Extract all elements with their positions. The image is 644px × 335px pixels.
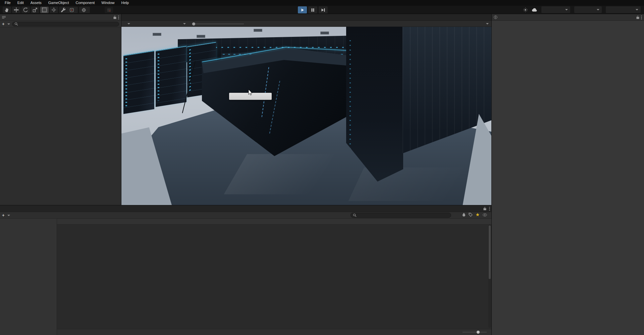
gizmos-dropdown[interactable] — [484, 23, 489, 24]
transform-icon — [51, 7, 56, 12]
search-favorites-icon[interactable] — [476, 213, 480, 217]
transform-tools — [3, 7, 67, 13]
assets-scrollbar[interactable] — [488, 225, 491, 328]
center-panel — [121, 14, 491, 205]
game-viewport — [121, 27, 491, 205]
play-controls — [298, 6, 328, 13]
scale-icon — [33, 7, 38, 12]
menu-assets[interactable]: Assets — [27, 0, 45, 5]
create-asset-button[interactable]: + — [2, 213, 10, 217]
transform-tool[interactable] — [50, 7, 58, 13]
layout-dropdown[interactable] — [606, 6, 641, 13]
scale-slider-knob[interactable] — [192, 22, 195, 25]
rotate-tool[interactable] — [21, 7, 30, 13]
search-icon — [14, 22, 18, 26]
wrench-icon — [61, 7, 66, 12]
menu-bar: FileEditAssetsGameObjectComponentWindowH… — [0, 0, 644, 6]
rect-icon — [42, 7, 47, 12]
hierarchy-tree — [0, 29, 121, 205]
lock-icon[interactable] — [636, 15, 639, 19]
scale-slider[interactable] — [192, 21, 244, 26]
search-by-label-icon[interactable] — [469, 213, 473, 217]
project-footer — [57, 329, 491, 335]
eye-icon — [483, 213, 487, 216]
ceiling-vent — [320, 31, 329, 35]
rect-tool[interactable] — [40, 7, 49, 13]
project-tabstrip — [0, 205, 491, 212]
game-view-toolbar — [121, 21, 491, 27]
kebab-menu-icon[interactable] — [641, 15, 642, 19]
icon-size-slider[interactable] — [463, 331, 487, 334]
menu-gameobject[interactable]: GameObject — [45, 0, 72, 5]
unity-editor-window: FileEditAssetsGameObjectComponentWindowH… — [0, 0, 644, 335]
menu-edit[interactable]: Edit — [14, 0, 27, 5]
ceiling-vent — [153, 33, 161, 36]
move-icon — [14, 7, 19, 12]
menu-file[interactable]: File — [1, 0, 14, 5]
center-tabstrip — [121, 14, 491, 21]
pivot-toggle[interactable] — [67, 7, 78, 13]
pause-button[interactable] — [308, 6, 317, 13]
icon-size-knob[interactable] — [477, 331, 480, 334]
hierarchy-panel: + — [0, 14, 121, 205]
lock-icon[interactable] — [113, 15, 116, 19]
project-folder-tree — [0, 219, 57, 335]
hamburger-icon — [2, 16, 6, 19]
create-object-button[interactable]: + — [2, 22, 10, 26]
display-dropdown[interactable] — [124, 21, 131, 26]
play-icon — [301, 8, 304, 12]
search-icon — [353, 213, 357, 217]
mouse-cursor — [248, 89, 253, 95]
account-dropdown[interactable] — [541, 6, 570, 13]
chevron-down-icon — [565, 9, 568, 10]
menu-help[interactable]: Help — [118, 0, 132, 5]
custom-tool[interactable] — [59, 7, 67, 13]
chevron-down-icon — [7, 23, 10, 25]
menu-window[interactable]: Window — [98, 0, 118, 5]
main-toolbar — [0, 6, 644, 14]
ceiling-vent — [197, 35, 205, 38]
project-toolbar: + — [0, 212, 491, 219]
step-button[interactable] — [319, 6, 328, 13]
menu-component[interactable]: Component — [72, 0, 98, 5]
project-search-input[interactable] — [351, 213, 451, 218]
chevron-down-icon — [183, 23, 186, 24]
rotate-icon — [23, 7, 28, 12]
grid-snap-toggle[interactable] — [105, 7, 113, 13]
inspector-panel — [491, 14, 644, 335]
chevron-down-icon — [127, 23, 130, 24]
search-by-type-icon[interactable] — [462, 213, 466, 217]
aspect-dropdown[interactable] — [133, 21, 187, 26]
hidden-packages-count[interactable] — [483, 213, 488, 216]
pivot-orientation-group — [67, 7, 90, 13]
hand-tool[interactable] — [3, 7, 11, 13]
server-rack-left — [156, 46, 186, 107]
layers-dropdown[interactable] — [574, 6, 602, 13]
step-icon — [321, 8, 325, 12]
grid-snap-icon — [107, 8, 111, 12]
move-tool[interactable] — [12, 7, 20, 13]
center-pivot-icon — [70, 8, 74, 12]
pause-icon — [311, 8, 314, 12]
kebab-menu-icon[interactable] — [489, 207, 490, 211]
chevron-down-icon — [7, 215, 10, 216]
orientation-toggle[interactable] — [79, 7, 90, 13]
hand-icon — [4, 7, 9, 12]
toolbar-right — [523, 6, 641, 13]
server-rack-left — [123, 51, 154, 114]
chevron-down-icon — [486, 23, 489, 24]
chevron-down-icon — [597, 9, 599, 10]
assets-grid — [57, 219, 491, 329]
kebab-menu-icon[interactable] — [118, 15, 119, 19]
chevron-down-icon — [636, 9, 638, 10]
inspector-icon — [494, 15, 497, 19]
cloud-icon[interactable] — [532, 8, 537, 12]
ceiling-vent — [254, 29, 262, 32]
lock-icon[interactable] — [483, 207, 486, 210]
project-panel: + — [0, 205, 491, 335]
scale-tool[interactable] — [31, 7, 39, 13]
play-button[interactable] — [298, 6, 307, 13]
globe-icon — [82, 8, 86, 12]
hierarchy-search-input[interactable] — [12, 22, 119, 26]
activity-indicator-icon[interactable] — [523, 8, 528, 12]
